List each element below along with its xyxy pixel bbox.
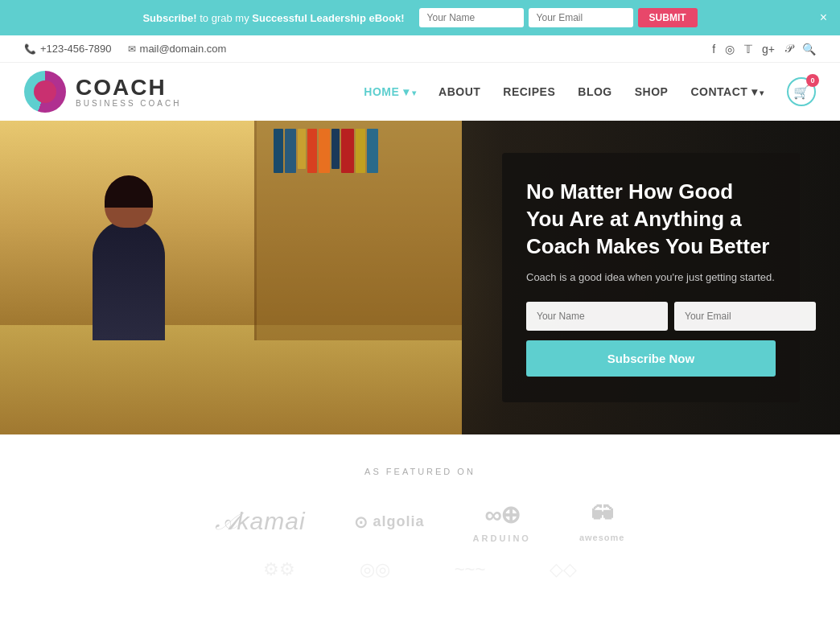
instagram-link[interactable]: ◎ — [725, 43, 735, 56]
hero-email-input[interactable] — [674, 302, 816, 331]
googleplus-link[interactable]: g+ — [762, 43, 775, 56]
banner-email-input[interactable] — [529, 8, 633, 27]
phone-contact: +123-456-7890 — [24, 43, 112, 55]
arduino-logo: ∞⊕ ARDUINO — [473, 500, 531, 543]
nav-blog[interactable]: BLOG — [578, 85, 611, 98]
contact-info: +123-456-7890 mail@domain.com — [24, 43, 226, 55]
hero-heading: No Matter How Good You Are at Anything a… — [526, 179, 776, 260]
main-nav: HOME ▾ ABOUT RECIPES BLOG SHOP CONTACT ▾… — [364, 77, 816, 106]
algolia-logo: ⊙ algolia — [354, 513, 425, 532]
logo-icon — [24, 71, 66, 113]
bookshelf — [274, 129, 459, 311]
social-links: f ◎ 𝕋 g+ 𝒫 🔍 — [712, 42, 816, 56]
nav-contact[interactable]: CONTACT ▾ — [690, 85, 764, 98]
top-banner: Subscribe! to grab my Successful Leaders… — [0, 0, 840, 35]
hero-form — [526, 302, 776, 331]
search-link[interactable]: 🔍 — [802, 43, 816, 56]
akamai-logo: 𝒜kamai — [216, 508, 306, 536]
nav-shop[interactable]: SHOP — [635, 85, 669, 98]
featured-section: AS FEATURED ON 𝒜kamai ⊙ algolia ∞⊕ ARDUI… — [0, 434, 840, 596]
partial-logo-3: ~~~ — [455, 559, 486, 580]
banner-submit-button[interactable]: SUBMIT — [638, 8, 698, 27]
cart-icon[interactable]: 🛒 0 — [787, 77, 816, 106]
banner-text: Subscribe! to grab my Successful Leaders… — [142, 12, 404, 24]
featured-logos-row2: ⚙⚙ ◎◎ ~~~ ◇◇ — [16, 559, 824, 580]
mail-icon — [128, 43, 136, 55]
nav-home[interactable]: HOME ▾ — [364, 85, 416, 98]
email-contact: mail@domain.com — [128, 43, 227, 55]
person-figure — [93, 220, 165, 340]
contact-bar: +123-456-7890 mail@domain.com f ◎ 𝕋 g+ 𝒫… — [0, 35, 840, 63]
partial-logo-1: ⚙⚙ — [263, 559, 295, 580]
logo-area: COACH BUSINESS COACH — [24, 71, 181, 113]
hero-section: No Matter How Good You Are at Anything a… — [0, 121, 840, 434]
hero-content-box: No Matter How Good You Are at Anything a… — [502, 153, 800, 402]
banner-ebook: Successful Leadership eBook! — [252, 12, 404, 24]
hero-name-input[interactable] — [526, 302, 668, 331]
phone-icon — [24, 43, 36, 55]
phone-number: +123-456-7890 — [40, 43, 112, 55]
cart-badge: 0 — [806, 74, 819, 87]
banner-name-input[interactable] — [419, 8, 524, 27]
email-address: mail@domain.com — [140, 43, 227, 55]
twitter-link[interactable]: 𝕋 — [744, 43, 752, 56]
hero-subscribe-button[interactable]: Subscribe Now — [526, 340, 776, 377]
brand-sub: BUSINESS COACH — [76, 99, 181, 108]
nav-recipes[interactable]: RECIPES — [503, 85, 555, 98]
awesome-logo: 🕶 awesome — [579, 501, 625, 542]
pinterest-link[interactable]: 𝒫 — [784, 42, 793, 56]
banner-highlight: Subscribe! — [142, 12, 196, 24]
featured-logos: 𝒜kamai ⊙ algolia ∞⊕ ARDUINO 🕶 awesome — [16, 500, 824, 543]
nav-about[interactable]: ABOUT — [439, 85, 480, 98]
partial-logo-4: ◇◇ — [550, 559, 577, 580]
partial-logo-2: ◎◎ — [360, 559, 390, 580]
hero-subtext: Coach is a good idea when you're just ge… — [526, 270, 776, 286]
brand-name: COACH — [76, 76, 181, 99]
banner-close-button[interactable]: × — [820, 10, 827, 25]
hero-image — [0, 121, 462, 434]
main-header: COACH BUSINESS COACH HOME ▾ ABOUT RECIPE… — [0, 63, 840, 121]
banner-form: SUBMIT — [419, 8, 698, 27]
featured-label: AS FEATURED ON — [16, 467, 824, 476]
logo-text: COACH BUSINESS COACH — [76, 76, 181, 108]
facebook-link[interactable]: f — [712, 43, 715, 56]
